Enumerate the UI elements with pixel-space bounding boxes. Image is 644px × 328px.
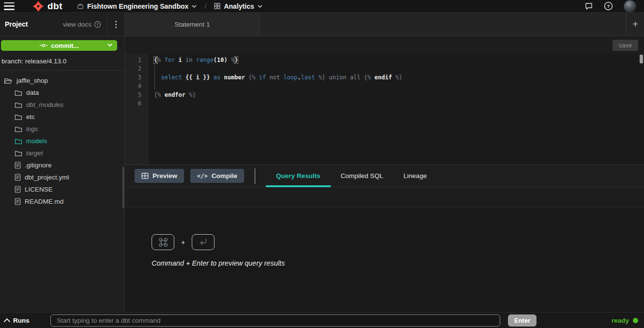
view-docs-glyph: ? <box>96 22 99 27</box>
sidebar-scrollbar[interactable] <box>123 167 124 209</box>
folder-icon <box>15 138 22 145</box>
folder-icon <box>15 102 22 108</box>
tree-item-etc[interactable]: etc <box>0 111 124 123</box>
dbt-logo: dbt <box>32 0 62 13</box>
results-header-strip <box>125 187 644 208</box>
runs-label: Runs <box>13 317 30 324</box>
breadcrumb-separator: / <box>204 2 206 10</box>
file-icon <box>15 198 21 205</box>
sidebar-title: Project <box>5 20 28 28</box>
code-line-6[interactable]: 6 <box>125 99 644 108</box>
dbt-cloud-ide: dbt Fishtown Engineering Sandbox / Analy… <box>0 0 644 328</box>
code-text <box>148 82 154 90</box>
code-text: {% for i in range(10) %} <box>148 56 238 64</box>
file-icon <box>15 162 21 169</box>
tree-item-target[interactable]: target <box>0 147 124 159</box>
hamburger-menu-icon[interactable] <box>4 2 15 10</box>
tree-item-license[interactable]: LICENSE <box>0 183 124 195</box>
tree-item-label: models <box>26 137 47 145</box>
branch-row: branch: release/4.13.0 <box>0 55 124 71</box>
project-sidebar: Project view docs ? <box>0 13 125 312</box>
save-button[interactable]: save <box>613 40 638 51</box>
commit-button[interactable]: commit... <box>1 40 117 51</box>
tree-item-gitignore[interactable]: .gitignore <box>0 159 124 171</box>
preview-button[interactable]: Preview <box>135 169 184 183</box>
empty-state-hint: Command + Enter to preview query results <box>152 259 644 267</box>
tree-item-data[interactable]: data <box>0 87 124 99</box>
git-commit-icon <box>39 43 48 48</box>
code-line-1[interactable]: 1{% for i in range(10) %} <box>125 56 644 64</box>
tree-item-label: .gitignore <box>25 162 52 169</box>
new-tab-button[interactable]: + <box>626 13 644 36</box>
compile-button[interactable]: </> Compile <box>190 169 244 183</box>
results-toolbar: Preview </> Compile Query ResultsCompile… <box>125 164 644 187</box>
tree-item-label: target <box>26 149 43 157</box>
shortcut-keys: + <box>152 234 644 250</box>
runs-drawer-toggle[interactable]: Runs <box>4 317 50 324</box>
tree-item-models[interactable]: models <box>0 135 124 147</box>
help-glyph: ? <box>607 3 610 9</box>
account-name: Fishtown Engineering Sandbox <box>87 2 188 10</box>
status-label: ready <box>612 317 629 324</box>
tree-item-label: LICENSE <box>25 186 53 193</box>
command-key <box>152 234 174 250</box>
tree-item-dbt-modules[interactable]: dbt_modules <box>0 99 124 111</box>
tree-item-label: dbt_project.yml <box>25 174 69 181</box>
view-docs-link[interactable]: view docs ? <box>63 21 101 28</box>
tab-statement-1[interactable]: Statement 1 <box>125 13 260 36</box>
code-line-4[interactable]: 4 <box>125 82 644 90</box>
file-icon <box>15 186 21 193</box>
results-tab-lineage[interactable]: Lineage <box>393 165 437 187</box>
chat-icon[interactable] <box>584 2 593 11</box>
enter-key <box>192 234 215 250</box>
folder-open-icon <box>4 77 13 84</box>
project-switcher[interactable]: Analytics <box>214 2 262 10</box>
results-tab-query-results[interactable]: Query Results <box>266 165 331 187</box>
code-text: select {{ i }} as number {% if not loop.… <box>148 73 402 82</box>
grid-icon <box>214 3 220 9</box>
tree-item-label: data <box>26 89 39 96</box>
code-editor[interactable]: 1{% for i in range(10) %}23 select {{ i … <box>125 54 644 164</box>
toolbar-divider <box>255 168 255 184</box>
top-bar-right: ? <box>584 0 636 13</box>
editor-scrollbar[interactable] <box>640 55 643 63</box>
line-number: 4 <box>125 82 148 90</box>
user-avatar[interactable] <box>624 0 636 13</box>
line-number: 5 <box>125 90 148 99</box>
help-circle-icon: ? <box>94 21 101 28</box>
tree-item-jaffle-shop[interactable]: jaffle_shop <box>0 75 124 87</box>
table-icon <box>141 173 149 179</box>
code-line-5[interactable]: 5{% endfor %} <box>125 90 644 99</box>
line-number: 1 <box>125 56 148 64</box>
help-icon[interactable]: ? <box>604 1 613 11</box>
code-lines: 1{% for i in range(10) %}23 select {{ i … <box>125 54 644 108</box>
tree-item-logs[interactable]: logs <box>0 123 124 135</box>
results-tab-compiled-sql[interactable]: Compiled SQL <box>331 165 394 187</box>
code-line-2[interactable]: 2 <box>125 64 644 73</box>
results-tab-label: Query Results <box>276 172 321 179</box>
code-line-3[interactable]: 3 select {{ i }} as number {% if not loo… <box>125 73 644 82</box>
account-switcher[interactable]: Fishtown Engineering Sandbox <box>77 2 197 10</box>
chevron-up-icon <box>4 318 10 322</box>
editor-tab-bar: Statement 1 + <box>125 13 644 36</box>
tree-item-label: etc <box>26 113 35 120</box>
dbt-command-input[interactable] <box>50 314 500 327</box>
commit-button-label: commit... <box>51 42 78 49</box>
enter-button[interactable]: Enter <box>508 314 537 327</box>
branch-label: branch: release/4.13.0 <box>1 58 66 65</box>
folder-icon <box>15 114 22 120</box>
folder-icon <box>15 126 22 133</box>
tree-item-readme-md[interactable]: README.md <box>0 195 124 208</box>
view-docs-label: view docs <box>63 21 92 28</box>
sidebar-menu-button[interactable] <box>107 13 124 36</box>
enter-key-icon <box>198 238 209 247</box>
tree-item-dbt-project-yml[interactable]: dbt_project.yml <box>0 171 124 183</box>
project-name: Analytics <box>224 2 254 10</box>
status-dot-icon <box>633 318 638 323</box>
tab-label: Statement 1 <box>175 21 210 28</box>
brand-wordmark: dbt <box>47 1 62 12</box>
tree-item-label: dbt_modules <box>26 101 63 108</box>
kebab-icon <box>115 21 117 28</box>
tree-item-label: jaffle_shop <box>16 77 48 84</box>
chevron-down-icon <box>107 44 112 46</box>
